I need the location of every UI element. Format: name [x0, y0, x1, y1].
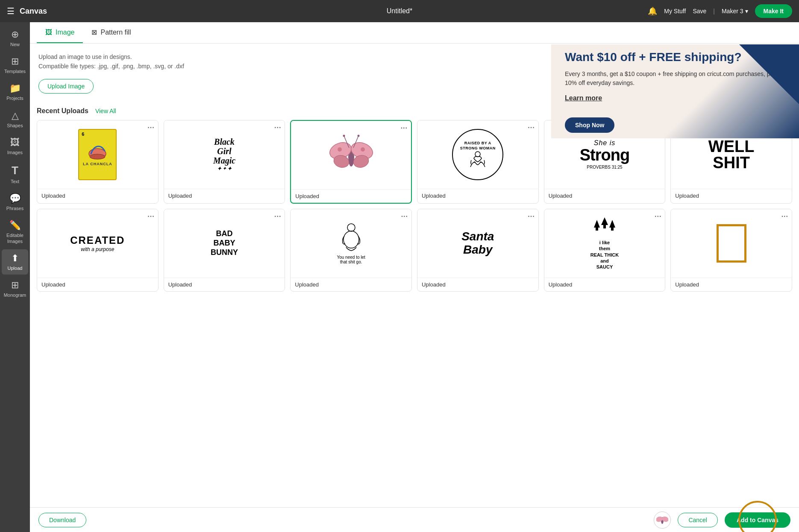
- card-menu-3[interactable]: ···: [401, 124, 408, 132]
- monogram-icon: ⊞: [11, 280, 19, 291]
- sidebar-label-monogram: Monogram: [4, 292, 26, 298]
- card-image-area-10: SantaBaby: [417, 209, 538, 278]
- sidebar-item-projects[interactable]: 📁 Projects: [2, 79, 28, 105]
- bell-icon[interactable]: 🔔: [648, 6, 657, 16]
- nav-divider: |: [713, 8, 715, 15]
- card-label-1: Uploaded: [37, 189, 158, 202]
- make-it-button[interactable]: Make It: [755, 4, 792, 18]
- frame-image: [717, 224, 746, 263]
- image-card-7[interactable]: ··· CREATED with a purpose Uploaded: [37, 209, 159, 292]
- svg-marker-18: [609, 220, 615, 228]
- card-label-7: Uploaded: [37, 278, 158, 291]
- templates-icon: ⊞: [11, 56, 19, 67]
- top-nav: ☰ Canvas Untitled* 🔔 My Stuff Save | Mak…: [0, 0, 799, 22]
- editable-images-icon: ✏️: [9, 220, 21, 231]
- card-label-10: Uploaded: [417, 278, 538, 291]
- view-all-link[interactable]: View All: [95, 108, 116, 114]
- card-menu-4[interactable]: ···: [528, 124, 535, 132]
- image-card-12[interactable]: ··· Uploaded: [670, 209, 792, 292]
- sidebar-item-templates[interactable]: ⊞ Templates: [2, 53, 28, 78]
- upload-image-button[interactable]: Upload Image: [38, 79, 94, 94]
- sidebar-item-images[interactable]: 🖼 Images: [2, 134, 28, 159]
- projects-icon: 📁: [9, 83, 21, 94]
- save-button[interactable]: Save: [693, 8, 706, 15]
- sidebar-item-phrases[interactable]: 💬 Phrases: [2, 190, 28, 215]
- image-card-8[interactable]: ··· BADBABYBUNNY Uploaded: [164, 209, 285, 292]
- my-stuff-link[interactable]: My Stuff: [664, 8, 686, 15]
- phrases-icon: 💬: [9, 193, 21, 204]
- card-menu-1[interactable]: ···: [147, 124, 154, 132]
- nav-right: 🔔 My Stuff Save | Maker 3 ▾ Make It: [648, 4, 792, 18]
- image-card-2[interactable]: ··· BlackGirlMagic ✦✦✦ Uploaded: [164, 120, 285, 204]
- card-image-area-9: You need to letthat shit go.: [291, 209, 411, 278]
- app-logo: Canvas: [20, 7, 47, 16]
- shop-now-button[interactable]: Shop Now: [565, 117, 614, 133]
- card-label-6: Uploaded: [671, 189, 792, 202]
- svg-rect-17: [596, 228, 598, 231]
- cancel-button[interactable]: Cancel: [678, 513, 718, 527]
- proverbs-text: PROVERBS 31:25: [580, 165, 629, 170]
- download-button[interactable]: Download: [38, 513, 86, 527]
- card-menu-11[interactable]: ···: [655, 213, 661, 220]
- ad-learn-more-link[interactable]: Learn more: [565, 94, 785, 102]
- add-to-canvas-button[interactable]: Add to Canvas: [725, 512, 790, 528]
- image-card-9[interactable]: ··· You need to letthat shi: [290, 209, 412, 292]
- machine-name: Maker 3: [722, 8, 743, 15]
- svg-point-13: [344, 231, 359, 248]
- card-menu-12[interactable]: ···: [781, 213, 788, 220]
- sidebar-item-shapes[interactable]: △ Shapes: [2, 107, 28, 132]
- tab-image[interactable]: 🖼 Image: [37, 22, 83, 43]
- sidebar-label-images: Images: [7, 150, 23, 155]
- image-card-1[interactable]: ··· 6 LA CHANCLA: [37, 120, 159, 204]
- tab-pattern-fill[interactable]: ⊠ Pattern fill: [83, 22, 139, 43]
- sidebar-item-text[interactable]: T Text: [2, 161, 28, 188]
- tabs: 🖼 Image ⊠ Pattern fill: [30, 22, 799, 44]
- svg-point-9: [343, 134, 345, 137]
- card-label-4: Uploaded: [417, 189, 538, 202]
- machine-selector[interactable]: Maker 3 ▾: [722, 8, 748, 15]
- sidebar-item-editable-images[interactable]: ✏️ Editable Images: [2, 216, 28, 247]
- card-label-11: Uploaded: [544, 278, 665, 291]
- card-menu-7[interactable]: ···: [147, 213, 154, 220]
- hamburger-icon[interactable]: ☰: [7, 6, 15, 16]
- card-image-area-4: RAISED BY ASTRONG WOMAN: [417, 120, 538, 189]
- sidebar: ⊕ New ⊞ Templates 📁 Projects △ Shapes 🖼 …: [0, 22, 30, 532]
- card-menu-10[interactable]: ···: [528, 213, 535, 220]
- card-label-12: Uploaded: [671, 278, 792, 291]
- selected-preview-thumbnail: [654, 512, 671, 529]
- real-thick-text: i likethemREAL THICKandSAUCY: [590, 240, 619, 270]
- sidebar-item-upload[interactable]: ⬆ Upload: [2, 249, 28, 275]
- sidebar-item-monogram[interactable]: ⊞ Monogram: [2, 276, 28, 301]
- card-image-area-8: BADBABYBUNNY: [164, 209, 285, 278]
- let-that-text: You need to letthat shit go.: [337, 255, 365, 264]
- card-image-area-12: [671, 209, 792, 278]
- main-layout: ⊕ New ⊞ Templates 📁 Projects △ Shapes 🖼 …: [0, 22, 799, 532]
- chancla-label: LA CHANCLA: [83, 162, 112, 166]
- image-grid-row2: ··· CREATED with a purpose Uploaded ···: [37, 209, 792, 292]
- image-card-10[interactable]: ··· SantaBaby Uploaded: [417, 209, 539, 292]
- chancla-image: 6 LA CHANCLA: [78, 129, 117, 180]
- pattern-fill-tab-icon: ⊠: [91, 28, 97, 36]
- add-to-canvas-wrapper: Add to Canvas: [725, 512, 790, 528]
- image-card-4[interactable]: ··· RAISED BY ASTRONG WOMAN: [417, 120, 539, 204]
- well-shit-text: WELLSHIT: [708, 138, 755, 171]
- recent-section: Recent Uploads View All ··· 6: [30, 100, 799, 507]
- chancla-number: 6: [82, 132, 84, 137]
- svg-point-8: [361, 147, 365, 152]
- card-label-8: Uploaded: [164, 278, 285, 291]
- sidebar-label-new: New: [10, 42, 20, 47]
- card-menu-9[interactable]: ···: [401, 213, 408, 220]
- card-menu-2[interactable]: ···: [274, 124, 281, 132]
- she-is-strong-container: She is Strong PROVERBS 31:25: [580, 139, 629, 170]
- shapes-icon: △: [12, 110, 19, 121]
- card-menu-8[interactable]: ···: [274, 213, 281, 220]
- sidebar-label-editable-images: Editable Images: [3, 233, 26, 244]
- real-thick-container: i likethemREAL THICKandSAUCY: [590, 216, 619, 270]
- sidebar-item-new[interactable]: ⊕ New: [2, 26, 28, 51]
- card-image-area-11: i likethemREAL THICKandSAUCY: [544, 209, 665, 278]
- chevron-down-icon: ▾: [745, 8, 748, 15]
- image-card-11[interactable]: ··· i li: [544, 209, 666, 292]
- card-label-2: Uploaded: [164, 189, 285, 202]
- content-area: Want $10 off + FREE shipping? Every 3 mo…: [30, 22, 799, 532]
- image-card-3[interactable]: ···: [290, 120, 412, 204]
